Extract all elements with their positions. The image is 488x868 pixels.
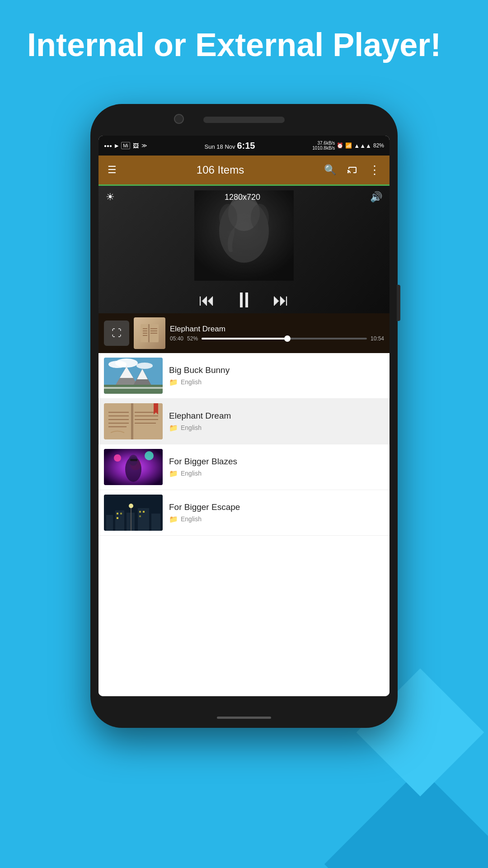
folder-icon-4: 📁 <box>169 515 178 524</box>
track-progress-row: 05:40 52% 10:54 <box>170 335 384 342</box>
svg-point-37 <box>145 451 154 460</box>
svg-rect-53 <box>139 515 141 517</box>
list-item[interactable]: For Bigger Blazes 📁 English <box>99 444 389 490</box>
svg-point-55 <box>129 504 133 508</box>
svg-point-17 <box>136 363 153 369</box>
progress-thumb <box>284 335 291 342</box>
status-date: Sun 18 Nov <box>205 143 235 150</box>
video-player: ☀ 1280x720 🔊 ⏮ ⏸ ⏭ ⛶ <box>99 186 389 353</box>
elephant-silhouette <box>194 190 294 281</box>
wifi-icon: 📶 <box>345 142 352 149</box>
svg-rect-48 <box>117 513 118 514</box>
menu-icon[interactable]: ☰ <box>106 162 118 178</box>
folder-icon-1: 📁 <box>169 378 178 387</box>
status-bar: ●●● ▶ Mi 🖼 ≫ Sun 18 Nov 6:15 37.6kB/s 10… <box>99 136 389 156</box>
svg-rect-22 <box>104 385 163 394</box>
volume-icon[interactable]: 🔊 <box>370 191 382 203</box>
video-thumbnail-1 <box>104 358 163 394</box>
video-name-4: For Bigger Escape <box>169 502 384 512</box>
video-name-1: Big Buck Bunny <box>169 365 384 375</box>
search-icon[interactable]: 🔍 <box>322 162 338 178</box>
total-time: 10:54 <box>371 335 384 342</box>
video-thumbnail-2 <box>104 403 163 439</box>
fullscreen-button[interactable]: ⛶ <box>104 321 129 346</box>
bg-shape-1 <box>324 768 488 868</box>
video-controls: ⏮ ⏸ ⏭ <box>199 288 289 312</box>
phone-camera <box>174 114 184 124</box>
more-icon[interactable]: ⋮ <box>367 161 382 179</box>
track-title: Elephant Dream <box>170 325 384 334</box>
app-toolbar: ☰ 106 Items 🔍 ⋮ <box>99 156 389 184</box>
status-right: 37.6kB/s 1010.8kB/s ⏰ 📶 ▲▲▲ 82% <box>312 141 384 151</box>
list-item[interactable]: Elephant Dream 📁 English <box>99 399 389 444</box>
svg-rect-51 <box>139 511 141 513</box>
image-icon: 🖼 <box>133 142 139 149</box>
now-playing-thumbnail <box>134 317 165 349</box>
folder-label-1: English <box>181 378 202 386</box>
folder-label-4: English <box>181 515 202 523</box>
svg-rect-50 <box>117 517 118 519</box>
current-time: 05:40 <box>170 335 183 342</box>
cast-icon[interactable] <box>345 162 360 179</box>
svg-rect-41 <box>130 459 137 461</box>
video-folder-4: 📁 English <box>169 515 384 524</box>
play-indicator: ▶ <box>115 143 118 149</box>
pause-button[interactable]: ⏸ <box>233 288 255 312</box>
video-folder-2: 📁 English <box>169 424 384 432</box>
svg-rect-25 <box>131 403 133 439</box>
status-center: Sun 18 Nov 6:15 <box>205 141 255 151</box>
video-meta-3: For Bigger Blazes 📁 English <box>169 457 384 478</box>
svg-point-4 <box>251 204 269 231</box>
speed-bottom: 1010.8kB/s <box>312 146 335 151</box>
phone-screen: ●●● ▶ Mi 🖼 ≫ Sun 18 Nov 6:15 37.6kB/s 10… <box>99 136 389 696</box>
folder-label-3: English <box>181 470 202 477</box>
video-name-3: For Bigger Blazes <box>169 457 384 467</box>
speed-top: 37.6kB/s <box>317 141 335 146</box>
clock-icon: ⏰ <box>337 142 343 149</box>
video-meta-1: Big Buck Bunny 📁 English <box>169 365 384 387</box>
svg-rect-43 <box>106 515 113 531</box>
svg-rect-49 <box>120 513 122 514</box>
status-time: 6:15 <box>237 141 255 151</box>
folder-icon-2: 📁 <box>169 424 178 432</box>
mi-icon: Mi <box>121 142 130 149</box>
track-info: Elephant Dream 05:40 52% 10:54 <box>170 325 384 342</box>
video-meta-4: For Bigger Escape 📁 English <box>169 502 384 524</box>
svg-point-36 <box>114 454 121 462</box>
svg-point-3 <box>219 204 237 231</box>
video-thumbnail-3 <box>104 449 163 485</box>
phone-home-bar <box>217 717 271 719</box>
list-item[interactable]: Big Buck Bunny 📁 English <box>99 353 389 399</box>
page-title: Internal or External Player! <box>27 27 461 63</box>
rewind-button[interactable]: ⏮ <box>199 291 215 310</box>
now-playing-bar: ⛶ <box>99 313 389 353</box>
video-resolution: 1280x720 <box>115 193 370 202</box>
battery-level: 82% <box>373 142 384 149</box>
folder-label-2: English <box>181 424 202 431</box>
swift-icon: ≫ <box>141 142 147 149</box>
toolbar-title: 106 Items <box>126 164 315 176</box>
video-thumbnail-4 <box>104 495 163 531</box>
svg-point-16 <box>115 359 138 368</box>
status-left: ●●● ▶ Mi 🖼 ≫ <box>104 142 147 149</box>
folder-icon-3: 📁 <box>169 469 178 478</box>
phone-side-button <box>397 285 400 321</box>
forward-button[interactable]: ⏭ <box>273 291 289 310</box>
progress-percent: 52% <box>187 335 198 342</box>
signal-icon: ▲▲▲ <box>354 142 371 149</box>
progress-bar[interactable] <box>202 338 367 340</box>
phone-container: ●●● ▶ Mi 🖼 ≫ Sun 18 Nov 6:15 37.6kB/s 10… <box>90 104 398 728</box>
video-folder-3: 📁 English <box>169 469 384 478</box>
video-meta-2: Elephant Dream 📁 English <box>169 411 384 432</box>
notification-dots: ●●● <box>104 143 112 148</box>
svg-rect-6 <box>148 324 150 342</box>
brightness-icon[interactable]: ☀ <box>106 191 115 203</box>
progress-fill <box>202 338 287 340</box>
video-name-2: Elephant Dream <box>169 411 384 421</box>
video-list: Big Buck Bunny 📁 English <box>99 353 389 696</box>
svg-rect-52 <box>143 511 145 513</box>
svg-rect-47 <box>151 514 160 531</box>
phone-speaker <box>203 117 285 123</box>
list-item[interactable]: For Bigger Escape 📁 English <box>99 490 389 536</box>
video-folder-1: 📁 English <box>169 378 384 387</box>
